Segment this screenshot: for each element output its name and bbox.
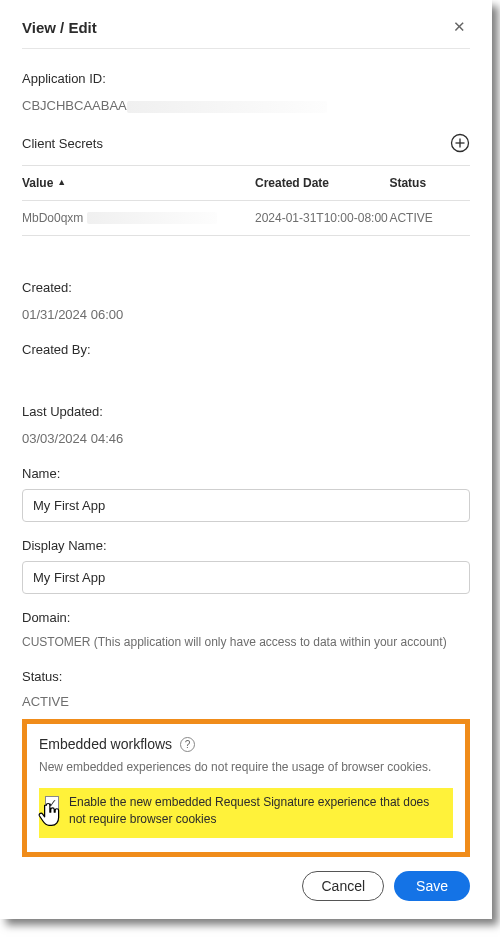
save-button[interactable]: Save [394, 871, 470, 901]
domain-label: Domain: [22, 610, 470, 625]
name-input[interactable] [22, 489, 470, 522]
name-label: Name: [22, 466, 470, 481]
help-icon[interactable]: ? [180, 737, 195, 752]
display-name-input[interactable] [22, 561, 470, 594]
created-label: Created: [22, 280, 470, 295]
workflows-highlight: ✓ Enable the new embedded Request Signat… [39, 788, 453, 838]
client-secrets-header: Client Secrets [22, 133, 470, 153]
client-secrets-label: Client Secrets [22, 136, 103, 151]
workflows-desc: New embedded experiences do not require … [39, 760, 453, 774]
workflows-title: Embedded workflows [39, 736, 172, 752]
col-value-label: Value [22, 176, 53, 190]
sort-asc-icon: ▲ [57, 177, 66, 187]
add-secret-icon[interactable] [450, 133, 470, 153]
secret-value-cell: MbDo0qxm [22, 211, 255, 225]
secrets-table: Value ▲ Created Date Status MbDo0qxm 202… [22, 165, 470, 236]
table-header-row: Value ▲ Created Date Status [22, 166, 470, 201]
table-row: MbDo0qxm 2024-01-31T10:00-08:00 ACTIVE [22, 201, 470, 235]
display-name-label: Display Name: [22, 538, 470, 553]
secret-value-text: MbDo0qxm [22, 211, 83, 225]
secret-status-cell: ACTIVE [389, 211, 470, 225]
col-header-created[interactable]: Created Date [255, 176, 389, 190]
dialog-title: View / Edit [22, 19, 97, 36]
last-updated-value: 03/03/2024 04:46 [22, 431, 470, 446]
created-by-value [22, 369, 470, 384]
created-by-label: Created By: [22, 342, 470, 357]
status-label: Status: [22, 669, 470, 684]
created-value: 01/31/2024 06:00 [22, 307, 470, 322]
col-header-status[interactable]: Status [389, 176, 470, 190]
enable-embedded-checkbox[interactable]: ✓ [45, 796, 59, 810]
dialog-footer: Cancel Save [22, 871, 470, 901]
workflows-title-row: Embedded workflows ? [39, 736, 453, 752]
app-id-text: CBJCHBCAABAA [22, 98, 127, 113]
enable-embedded-label: Enable the new embedded Request Signatur… [69, 794, 447, 828]
dialog-header: View / Edit ✕ [22, 16, 470, 49]
embedded-workflows-section: Embedded workflows ? New embedded experi… [22, 719, 470, 857]
status-value: ACTIVE [22, 694, 470, 709]
secret-created-cell: 2024-01-31T10:00-08:00 [255, 211, 389, 225]
cancel-button[interactable]: Cancel [302, 871, 384, 901]
col-header-value[interactable]: Value ▲ [22, 176, 255, 190]
app-id-label: Application ID: [22, 71, 470, 86]
domain-value: CUSTOMER (This application will only hav… [22, 635, 470, 649]
view-edit-dialog: View / Edit ✕ Application ID: CBJCHBCAAB… [0, 0, 492, 919]
close-icon[interactable]: ✕ [449, 16, 470, 38]
app-id-value: CBJCHBCAABAA [22, 98, 470, 113]
last-updated-label: Last Updated: [22, 404, 470, 419]
